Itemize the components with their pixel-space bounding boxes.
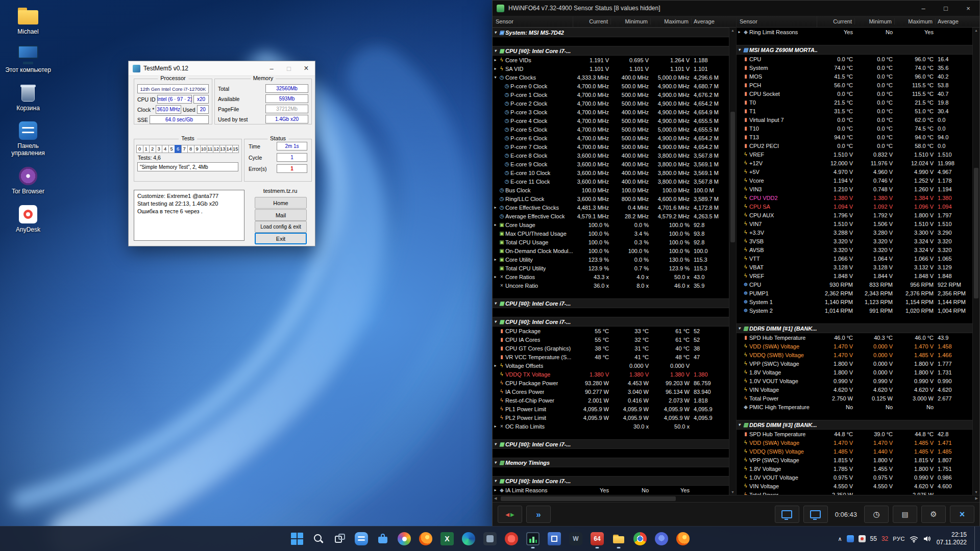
- sensor-row[interactable]: ◷P-core 4 Clock4,700.0 MHz500.0 MHz4,900…: [493, 116, 729, 125]
- sensor-row[interactable]: ▣Total CPU Utility123.9 %0.7 %123.9 %115…: [493, 264, 729, 272]
- sensor-row[interactable]: ϟTotal Power2.350 W2.975 W: [737, 490, 972, 495]
- desktop-icon-recycle-bin[interactable]: Корзина: [4, 81, 52, 114]
- sensor-row[interactable]: ☸CPU930 RPM833 RPM956 RPM922 RPM: [737, 280, 972, 289]
- sensor-section-header[interactable]: ▾▦CPU [#0]: Intel Core i7-...: [493, 298, 729, 308]
- file-explorer-button[interactable]: [608, 528, 629, 549]
- expand-arrow-icon[interactable]: ▸: [493, 274, 498, 279]
- language-indicator[interactable]: РУС: [893, 536, 905, 542]
- sensor-row[interactable]: ▮CPU GT Cores (Graphics)38 °C31 °C40 °C3…: [493, 344, 729, 353]
- sensor-row[interactable]: ϟAVSB3.320 V3.320 V3.324 V3.320: [737, 245, 972, 254]
- tray-app-icon-2[interactable]: [859, 535, 866, 542]
- expand-arrow-icon[interactable]: ▾: [493, 48, 498, 53]
- expand-arrow-icon[interactable]: ▾: [493, 30, 498, 35]
- sensor-row[interactable]: ▣On-Demand Clock Modul...100.0 %100.0 %1…: [493, 246, 729, 255]
- sensor-row[interactable]: ▮T1394.0 °C0.0 °C94.0 °C94.0: [737, 133, 972, 141]
- sensor-row[interactable]: ▸×OC Ratio Limits30.0 x50.0 x: [493, 422, 729, 431]
- testmem5-button[interactable]: [522, 528, 544, 549]
- desktop-icon-this-pc[interactable]: Этот компьютер: [4, 42, 52, 76]
- sensor-row[interactable]: ◷Ring/LLC Clock3,600.0 MHz800.0 MHz4,600…: [493, 194, 729, 203]
- expand-arrow-icon[interactable]: ▸: [493, 424, 498, 429]
- sensor-row[interactable]: ▸◆Ring Limit ReasonsYesNoYes: [737, 28, 972, 36]
- test-cell-8[interactable]: 8: [187, 145, 194, 153]
- column-sensor[interactable]: Sensor: [737, 16, 817, 27]
- test-cell-13[interactable]: 13: [219, 145, 227, 153]
- sensor-row[interactable]: ϟVIN Voltage4.550 V4.550 V4.620 V4.600: [737, 482, 972, 490]
- sensor-row[interactable]: ▸ϟVoltage Offsets0.000 V0.000 V: [493, 361, 729, 370]
- sensor-section-header[interactable]: ▾▦CPU [#0]: Intel Core i7-...: [493, 317, 729, 327]
- expand-arrow-icon[interactable]: ▾: [493, 75, 498, 80]
- sensor-section-header[interactable]: ▾▥Memory Timings: [493, 458, 729, 467]
- hwinfo64-button[interactable]: 64: [586, 528, 608, 549]
- sensor-row[interactable]: ▣Max CPU/Thread Usage100.0 %3.4 %100.0 %…: [493, 229, 729, 238]
- sensor-row[interactable]: ϟVREF1.848 V1.844 V1.848 V1.848: [737, 271, 972, 280]
- sensor-row[interactable]: ϟPL1 Power Limit4,095.9 W4,095.9 W4,095.…: [493, 405, 729, 413]
- horizontal-scrollbar[interactable]: [493, 495, 979, 502]
- coretemp-value-2[interactable]: 32: [881, 535, 888, 542]
- sensor-row[interactable]: ▮PCH56.0 °C0.0 °C115.5 °C53.8: [737, 81, 972, 89]
- sensor-row[interactable]: ☸System 11,140 RPM1,123 RPM1,154 RPM1,14…: [737, 297, 972, 306]
- sensor-row[interactable]: ▮T100.0 °C0.0 °C74.5 °C0.0: [737, 124, 972, 133]
- sensor-row[interactable]: ▸ϟSA VID1.101 V1.101 V1.101 V1.101: [493, 64, 729, 73]
- vertical-scrollbar[interactable]: [729, 28, 736, 495]
- load-config-exit-button[interactable]: Load config & exit: [255, 221, 307, 233]
- column-average[interactable]: Average: [692, 18, 736, 24]
- wifi-icon[interactable]: [910, 535, 918, 543]
- tray-app-icon-1[interactable]: [847, 535, 854, 542]
- test-cell-4[interactable]: 4: [162, 145, 169, 153]
- sensor-section-header[interactable]: ▾▦CPU [#0]: Intel Core i7-...: [493, 439, 729, 449]
- sensor-row[interactable]: ϟIA Cores Power90.277 W3.040 W96.134 W83…: [493, 387, 729, 396]
- sensor-row[interactable]: ϟVDDQ (SWB) Voltage1.485 V1.440 V1.485 V…: [737, 447, 972, 456]
- sensor-row[interactable]: ϟVDDQ TX Voltage1.380 V1.380 V1.380 V1.3…: [493, 370, 729, 379]
- log-textarea[interactable]: Customize: Extreme1 @anta777 Start testi…: [134, 190, 244, 241]
- expand-arrow-icon[interactable]: ▾: [493, 301, 498, 306]
- dark-app-button[interactable]: [479, 528, 501, 549]
- test-cell-15[interactable]: 15: [232, 145, 239, 153]
- sensor-row[interactable]: ▸▣Core Usage100.0 %0.0 %100.0 %92.8: [493, 220, 729, 229]
- coretemp-value-1[interactable]: 55: [870, 535, 877, 542]
- expand-arrow-icon[interactable]: ▾: [493, 319, 498, 324]
- column-current[interactable]: Current: [573, 18, 611, 24]
- sensor-row[interactable]: ϟCPU Package Power93.280 W4.453 W99.203 …: [493, 379, 729, 387]
- expand-arrow-icon[interactable]: ▸: [493, 66, 498, 71]
- sensor-row[interactable]: ϟRest-of-Chip Power2.001 W0.416 W2.073 W…: [493, 396, 729, 405]
- show-desktop-button[interactable]: [974, 527, 978, 551]
- sensor-row[interactable]: ▸×Core Ratios43.3 x4.0 x50.0 x43.0: [493, 272, 729, 281]
- sensor-row[interactable]: ▮CPU2 PECI0.0 °C0.0 °C58.0 °C0.0: [737, 141, 972, 150]
- sensor-row[interactable]: ▮CPU Socket0.0 °C0.0 °C115.5 °C40.7: [737, 89, 972, 98]
- desktop-icon-michael[interactable]: Michael: [4, 4, 52, 37]
- sensor-row[interactable]: ϟ1.8V Voltage1.785 V1.455 V1.800 V1.751: [737, 464, 972, 473]
- sensor-row[interactable]: ϟVDD (SWA) Voltage1.470 V1.470 V1.485 V1…: [737, 438, 972, 447]
- sensor-row[interactable]: ▾◷Core Clocks4,333.3 MHz400.0 MHz5,000.0…: [493, 73, 729, 82]
- expand-arrow-icon[interactable]: ▸: [493, 363, 498, 368]
- mail-button[interactable]: Mail: [255, 209, 307, 221]
- test-cell-2[interactable]: 2: [149, 145, 156, 153]
- desktop-icon-tor-browser[interactable]: Tor Browser: [4, 164, 52, 197]
- sensor-row[interactable]: ▸▣Core Utility123.9 %0.0 %130.0 %115.3: [493, 255, 729, 264]
- desktop-icon-control-panel[interactable]: Панель управления: [4, 118, 52, 159]
- test-cell-14[interactable]: 14: [226, 145, 233, 153]
- scrollbar-thumb[interactable]: [730, 112, 735, 242]
- sensor-row[interactable]: ϟVIN31.210 V0.748 V1.260 V1.194: [737, 185, 972, 193]
- sensor-section-header[interactable]: ▾▥DDR5 DIMM [#1] (BANK...: [737, 323, 972, 333]
- test-cell-7[interactable]: 7: [181, 145, 188, 153]
- expand-arrow-icon[interactable]: ▾: [493, 479, 498, 483]
- sensor-row[interactable]: ϟVcore1.194 V0.746 V1.252 V1.178: [737, 176, 972, 185]
- sensor-section-header[interactable]: ▾▦CPU [#0]: Intel Core i7-...: [493, 476, 729, 486]
- sensor-row[interactable]: ϟVIN71.510 V1.506 V1.510 V1.510: [737, 219, 972, 228]
- discord-button[interactable]: [651, 528, 672, 549]
- test-cell-0[interactable]: 0: [136, 145, 143, 153]
- sensor-row[interactable]: ϟ+12V12.000 V11.976 V12.024 V11.998: [737, 159, 972, 167]
- cpuz-button[interactable]: [544, 528, 565, 549]
- sensor-row[interactable]: ϟVIN Voltage4.620 V4.620 V4.620 V4.620: [737, 385, 972, 394]
- sensor-row[interactable]: ◷P-core 1 Clock4,700.0 MHz500.0 MHz4,900…: [493, 90, 729, 99]
- sensor-row[interactable]: ▣Total CPU Usage100.0 %0.3 %100.0 %92.8: [493, 238, 729, 246]
- column-current[interactable]: Current: [817, 18, 855, 24]
- scrollbar-thumb[interactable]: [501, 496, 676, 501]
- sensor-row[interactable]: ▮System74.0 °C0.0 °C74.0 °C35.6: [737, 63, 972, 72]
- sensor-row[interactable]: ϟ1.0V VOUT Voltage0.975 V0.975 V0.990 V0…: [737, 473, 972, 482]
- sensor-row[interactable]: ϟVTT1.066 V1.064 V1.066 V1.065: [737, 254, 972, 263]
- sensor-row[interactable]: ×Uncore Ratio36.0 x8.0 x46.0 x35.9: [493, 281, 729, 290]
- expand-arrow-icon[interactable]: ▾: [737, 422, 742, 427]
- sensor-row[interactable]: ϟVBAT3.128 V3.128 V3.132 V3.129: [737, 263, 972, 271]
- sensor-row[interactable]: ϟ1.0V VOUT Voltage0.990 V0.990 V0.990 V0…: [737, 377, 972, 385]
